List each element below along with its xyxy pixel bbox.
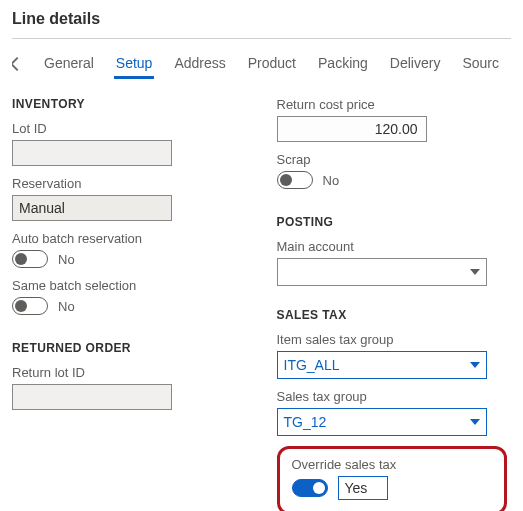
- sales-tax-group-label: Sales tax group: [277, 389, 512, 404]
- override-value[interactable]: Yes: [338, 476, 388, 500]
- section-sales-tax: SALES TAX: [277, 308, 512, 322]
- tab-product[interactable]: Product: [246, 49, 298, 79]
- item-tax-group-select[interactable]: ITG_ALL: [277, 351, 487, 379]
- same-batch-label: Same batch selection: [12, 278, 247, 293]
- main-account-select[interactable]: [277, 258, 487, 286]
- lot-id-label: Lot ID: [12, 121, 247, 136]
- tab-bar: General Setup Address Product Packing De…: [12, 45, 511, 79]
- left-column: INVENTORY Lot ID Reservation Manual Auto…: [12, 97, 247, 511]
- override-callout: Override sales tax Yes: [277, 446, 507, 511]
- auto-batch-toggle[interactable]: [12, 250, 48, 268]
- tab-packing[interactable]: Packing: [316, 49, 370, 79]
- item-tax-group-label: Item sales tax group: [277, 332, 512, 347]
- sales-tax-group-value: TG_12: [284, 414, 327, 430]
- item-tax-group-value: ITG_ALL: [284, 357, 340, 373]
- chevron-left-icon[interactable]: [12, 57, 24, 71]
- main-account-label: Main account: [277, 239, 512, 254]
- reservation-label: Reservation: [12, 176, 247, 191]
- tab-delivery[interactable]: Delivery: [388, 49, 443, 79]
- auto-batch-label: Auto batch reservation: [12, 231, 247, 246]
- tab-general[interactable]: General: [42, 49, 96, 79]
- auto-batch-value: No: [58, 252, 75, 267]
- section-returned-order: RETURNED ORDER: [12, 341, 247, 355]
- override-toggle[interactable]: [292, 479, 328, 497]
- override-label: Override sales tax: [292, 457, 488, 472]
- return-cost-value[interactable]: 120.00: [277, 116, 427, 142]
- lot-id-input[interactable]: [12, 140, 172, 166]
- scrap-label: Scrap: [277, 152, 512, 167]
- scrap-value: No: [323, 173, 340, 188]
- tab-setup[interactable]: Setup: [114, 49, 155, 79]
- chevron-down-icon: [470, 269, 480, 275]
- page-title: Line details: [12, 6, 511, 38]
- return-lot-input[interactable]: [12, 384, 172, 410]
- tab-address[interactable]: Address: [172, 49, 227, 79]
- return-cost-label: Return cost price: [277, 97, 512, 112]
- divider: [12, 38, 511, 39]
- tab-source[interactable]: Sourc: [460, 49, 501, 79]
- chevron-down-icon: [470, 362, 480, 368]
- section-posting: POSTING: [277, 215, 512, 229]
- right-column: Return cost price 120.00 Scrap No POSTIN…: [277, 97, 512, 511]
- scrap-toggle[interactable]: [277, 171, 313, 189]
- return-lot-label: Return lot ID: [12, 365, 247, 380]
- same-batch-value: No: [58, 299, 75, 314]
- same-batch-toggle[interactable]: [12, 297, 48, 315]
- sales-tax-group-select[interactable]: TG_12: [277, 408, 487, 436]
- reservation-value[interactable]: Manual: [12, 195, 172, 221]
- section-inventory: INVENTORY: [12, 97, 247, 111]
- chevron-down-icon: [470, 419, 480, 425]
